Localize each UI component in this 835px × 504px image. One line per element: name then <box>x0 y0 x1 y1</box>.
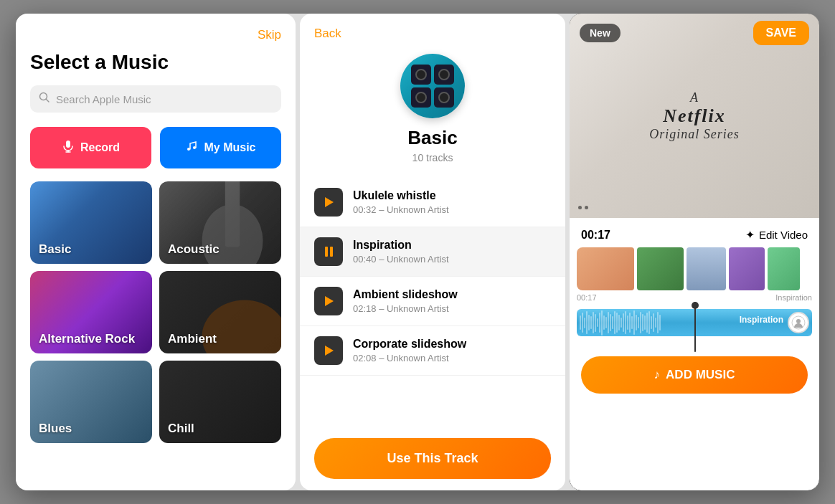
timecode-display: 00:17 <box>581 229 610 242</box>
genre-label-ambient: Ambient <box>168 332 217 346</box>
add-music-label: ADD MUSIC <box>666 368 735 382</box>
svg-point-6 <box>193 146 196 149</box>
genre-label-chill: Chill <box>168 422 194 436</box>
genre-grid: Basic Acoustic Alternative Rock Ambient … <box>30 181 281 443</box>
genre-label-blues: Blues <box>39 422 72 436</box>
netflix-line-brand: Netflix <box>649 105 740 127</box>
album-name: Basic <box>407 127 457 149</box>
new-badge: New <box>580 24 621 42</box>
genre-card-acoustic[interactable]: Acoustic <box>159 181 281 264</box>
music-note-icon-add: ♪ <box>654 368 661 382</box>
corner-dots <box>578 206 588 209</box>
genre-card-blues[interactable]: Blues <box>30 361 152 443</box>
page-title: Select a Music <box>30 51 281 74</box>
clip-5[interactable] <box>768 247 800 290</box>
use-track-button[interactable]: Use This Track <box>314 438 551 479</box>
track-info-4: Corporate slideshow 02:08 – Unknown Arti… <box>353 338 551 363</box>
netflix-line-a: A <box>649 90 740 105</box>
album-track-count: 10 tracks <box>412 152 453 163</box>
my-music-button[interactable]: My Music <box>160 127 281 168</box>
skip-button[interactable]: Skip <box>258 28 281 42</box>
search-placeholder-text: Search Apple Music <box>56 93 151 105</box>
pause-button-2[interactable] <box>314 237 343 266</box>
track-title-2: Inspiration <box>353 239 551 252</box>
genre-card-basic[interactable]: Basic <box>30 181 152 264</box>
svg-point-5 <box>187 148 190 151</box>
svg-point-8 <box>796 319 801 323</box>
dot-1 <box>578 206 582 209</box>
play-button-1[interactable] <box>314 188 343 217</box>
track-list: Ukulele whistle 00:32 – Unknown Artist I… <box>300 178 565 427</box>
playhead <box>694 302 696 352</box>
track-info-2: Inspiration 00:40 – Unknown Artist <box>353 239 551 265</box>
dot-2 <box>585 206 588 209</box>
track-item-1[interactable]: Ukulele whistle 00:32 – Unknown Artist <box>300 178 565 227</box>
genre-card-ambient[interactable]: Ambient <box>159 271 281 353</box>
track-title-1: Ukulele whistle <box>353 189 551 202</box>
track-meta-4: 02:08 – Unknown Artist <box>353 353 551 363</box>
track-title-4: Corporate slideshow <box>353 338 551 351</box>
track-item-2[interactable]: Inspiration 00:40 – Unknown Artist <box>300 227 565 277</box>
timeline-timecode: 00:17 <box>577 293 597 302</box>
my-music-label: My Music <box>204 141 255 154</box>
genre-label-altrock: Alternative Rock <box>39 332 135 346</box>
clip-4[interactable] <box>729 247 765 290</box>
audio-track-label: Inspiration <box>740 315 783 325</box>
play-button-4[interactable] <box>314 336 343 365</box>
save-button[interactable]: SAVE <box>753 21 809 45</box>
track-title-3: Ambient slideshow <box>353 288 551 301</box>
genre-card-chill[interactable]: Chill <box>159 361 281 443</box>
play-icon-4 <box>325 346 334 356</box>
clip-2[interactable] <box>637 247 684 290</box>
record-label: Record <box>80 141 120 154</box>
track-item-3[interactable]: Ambient slideshow 02:18 – Unknown Artist <box>300 277 565 326</box>
netflix-line-tagline: Original Series <box>649 127 740 142</box>
timeline-strip[interactable] <box>577 247 812 290</box>
svg-line-1 <box>47 100 49 103</box>
record-button[interactable]: Record <box>30 127 151 168</box>
track-list-panel: Back Basic 10 tracks Ukulele w <box>300 14 565 490</box>
edit-video-label: Edit Video <box>759 229 808 241</box>
track-meta-2: 00:40 – Unknown Artist <box>353 254 551 265</box>
netflix-title-card: A Netflix Original Series <box>649 90 740 142</box>
genre-label-basic: Basic <box>39 242 71 257</box>
search-bar[interactable]: Search Apple Music <box>30 85 281 113</box>
edit-video-button[interactable]: ✦ Edit Video <box>745 228 808 242</box>
clip-1[interactable] <box>577 247 634 290</box>
video-preview: A Netflix Original Series New SAVE <box>570 14 819 218</box>
editor-section: 00:17 ✦ Edit Video 00:17 Inspiration <box>570 218 819 490</box>
panel1-header: Skip <box>30 28 281 42</box>
track-item-4[interactable]: Corporate slideshow 02:08 – Unknown Arti… <box>300 326 565 376</box>
editor-header: 00:17 ✦ Edit Video <box>570 218 819 247</box>
speaker-4 <box>434 87 454 108</box>
pause-icon-2 <box>325 247 333 257</box>
audio-track-area: Inspiration <box>577 309 812 345</box>
microphone-icon <box>62 140 75 156</box>
video-editor-panel: A Netflix Original Series New SAVE 00:17… <box>570 14 819 490</box>
action-buttons: Record My Music <box>30 127 281 168</box>
track-meta-3: 02:18 – Unknown Artist <box>353 303 551 314</box>
play-icon-1 <box>325 197 334 207</box>
track-info-3: Ambient slideshow 02:18 – Unknown Artist <box>353 288 551 314</box>
select-music-panel: Skip Select a Music Search Apple Music <box>16 14 296 490</box>
panel2-header: Back <box>300 14 565 47</box>
timeline-track-name: Inspiration <box>775 293 812 302</box>
speaker-1 <box>411 65 431 85</box>
add-music-button[interactable]: ♪ ADD MUSIC <box>581 356 808 394</box>
genre-label-acoustic: Acoustic <box>168 242 220 257</box>
album-speakers <box>411 65 454 108</box>
audio-avatar <box>788 312 809 333</box>
album-icon <box>400 54 465 118</box>
track-info-1: Ukulele whistle 00:32 – Unknown Artist <box>353 189 551 215</box>
back-button[interactable]: Back <box>314 27 341 41</box>
svg-rect-2 <box>66 141 70 148</box>
track-meta-1: 00:32 – Unknown Artist <box>353 204 551 215</box>
speaker-3 <box>411 87 431 108</box>
play-button-3[interactable] <box>314 287 343 315</box>
music-note-icon <box>185 140 198 156</box>
sparkle-icon: ✦ <box>745 228 755 242</box>
play-icon-3 <box>325 296 334 306</box>
clip-3[interactable] <box>687 247 726 290</box>
speaker-2 <box>434 65 454 85</box>
genre-card-altrock[interactable]: Alternative Rock <box>30 271 152 353</box>
